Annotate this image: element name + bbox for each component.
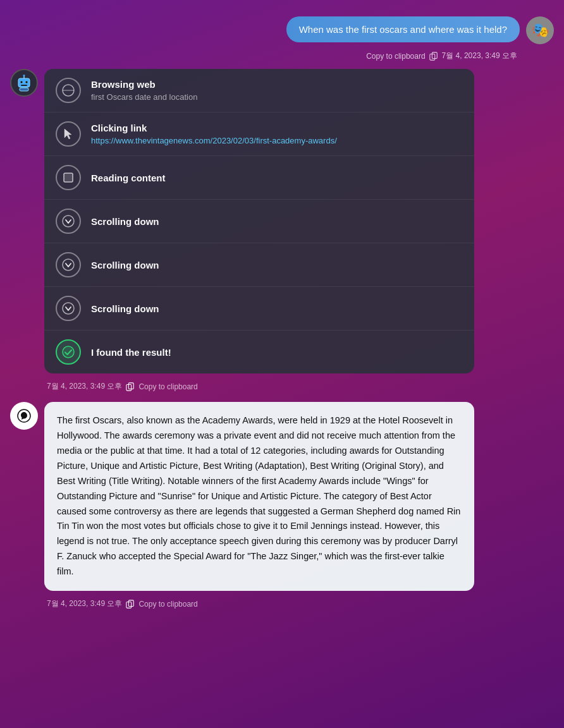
activity-item-found: I found the result!	[44, 331, 474, 373]
svg-rect-12	[64, 173, 73, 182]
svg-point-14	[63, 259, 74, 270]
svg-rect-7	[21, 85, 27, 86]
activity-item-scroll-2: Scrolling down	[44, 243, 474, 287]
svg-point-6	[25, 81, 28, 83]
reading-content-icon	[56, 165, 81, 190]
user-copy-label[interactable]: Copy to clipboard	[366, 52, 425, 61]
clicking-link-icon	[56, 121, 81, 147]
clicking-link-title: Clicking link	[91, 123, 337, 133]
user-timestamp: 7월 4, 2023, 3:49 오후	[442, 51, 517, 61]
user-meta-row: Copy to clipboard 7월 4, 2023, 3:49 오후	[10, 51, 554, 61]
activity-item-browsing: Browsing web first Oscars date and locat…	[44, 69, 474, 112]
ai-response-timestamp: 7월 4, 2023, 3:49 오후	[47, 598, 122, 609]
ai-response-bubble: The first Oscars, also known as the Acad…	[44, 402, 474, 591]
scroll-down-2-title: Scrolling down	[91, 260, 159, 270]
ai-response-meta-row: 7월 4, 2023, 3:49 오후 Copy to clipboard	[10, 598, 554, 609]
svg-point-13	[63, 215, 74, 227]
ai-response-row: The first Oscars, also known as the Acad…	[10, 402, 554, 591]
svg-point-4	[23, 75, 25, 76]
user-message-bubble: When was the first oscars and where was …	[286, 16, 520, 42]
ai-activity-copy-icon	[126, 382, 135, 391]
scroll-down-2-icon	[56, 252, 81, 277]
svg-point-16	[63, 346, 74, 358]
ai-response-copy-label[interactable]: Copy to clipboard	[138, 600, 197, 609]
scroll-down-1-icon	[56, 209, 81, 234]
bot-avatar	[10, 69, 38, 97]
activity-item-reading: Reading content	[44, 156, 474, 200]
ai-response-text: The first Oscars, also known as the Acad…	[57, 415, 460, 576]
scroll-down-1-title: Scrolling down	[91, 216, 159, 227]
ai-response-copy-icon	[126, 600, 135, 609]
activity-item-scroll-3: Scrolling down	[44, 287, 474, 331]
user-avatar: 🎭	[526, 16, 554, 44]
browsing-web-title: Browsing web	[91, 79, 197, 90]
browsing-web-icon	[56, 78, 81, 103]
svg-point-5	[20, 81, 23, 83]
scroll-down-3-text: Scrolling down	[91, 303, 159, 314]
clicking-link-url[interactable]: https://www.thevintagenews.com/2023/02/0…	[91, 136, 337, 145]
user-message-row: When was the first oscars and where was …	[10, 10, 554, 44]
ai-activity-copy-label[interactable]: Copy to clipboard	[138, 382, 197, 391]
found-result-icon	[56, 339, 81, 365]
scroll-down-2-text: Scrolling down	[91, 260, 159, 270]
ai-activity-meta-row: 7월 4, 2023, 3:49 오후 Copy to clipboard	[10, 381, 554, 392]
copy-icon	[429, 52, 438, 61]
scroll-down-1-text: Scrolling down	[91, 216, 159, 227]
svg-rect-8	[20, 88, 28, 91]
user-message-text: When was the first oscars and where was …	[299, 24, 507, 35]
reading-content-text: Reading content	[91, 173, 166, 183]
scroll-down-3-icon	[56, 296, 81, 321]
reading-content-title: Reading content	[91, 173, 166, 183]
clicking-link-text: Clicking link https://www.thevintagenews…	[91, 123, 337, 145]
svg-point-15	[63, 303, 74, 314]
browsing-web-text: Browsing web first Oscars date and locat…	[91, 79, 197, 102]
svg-marker-11	[64, 129, 71, 139]
ai-activity-timestamp: 7월 4, 2023, 3:49 오후	[47, 381, 122, 392]
activity-item-clicking: Clicking link https://www.thevintagenews…	[44, 112, 474, 156]
activity-item-scroll-1: Scrolling down	[44, 200, 474, 243]
openai-avatar	[10, 402, 38, 430]
browsing-web-subtitle: first Oscars date and location	[91, 92, 197, 102]
found-result-text: I found the result!	[91, 347, 171, 358]
scroll-down-3-title: Scrolling down	[91, 303, 159, 314]
activity-panel: Browsing web first Oscars date and locat…	[44, 69, 474, 373]
found-result-title: I found the result!	[91, 347, 171, 358]
ai-activity-row: Browsing web first Oscars date and locat…	[10, 69, 554, 373]
